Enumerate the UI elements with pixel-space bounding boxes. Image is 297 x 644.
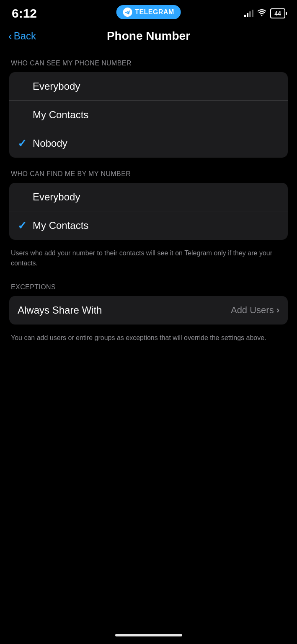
battery-indicator: 44 (270, 8, 285, 18)
content-area: WHO CAN SEE MY PHONE NUMBER Everybody My… (0, 51, 297, 356)
status-bar: 6:12 TELEGRAM 44 (0, 0, 297, 25)
exceptions-label: EXCEPTIONS (9, 283, 288, 291)
my-contacts-find-option[interactable]: ✓ My Contacts (9, 211, 288, 240)
exceptions-section: EXCEPTIONS Always Share With Add Users ›… (9, 283, 288, 356)
home-indicator (115, 634, 182, 636)
phone-visibility-group: Everybody My Contacts ✓ Nobody (9, 72, 288, 158)
find-by-number-label: WHO CAN FIND ME BY MY NUMBER (9, 170, 288, 178)
telegram-pill: TELEGRAM (116, 5, 181, 19)
page-title: Phone Number (107, 29, 190, 43)
my-contacts-phone-label: My Contacts (33, 109, 279, 121)
my-contacts-checkmark-icon: ✓ (18, 219, 27, 232)
nobody-checkmark-icon: ✓ (18, 137, 27, 150)
signal-bars (244, 10, 253, 17)
signal-bar-1 (244, 15, 246, 17)
back-label: Back (14, 30, 36, 42)
nav-header: ‹ Back Phone Number (0, 25, 297, 51)
phone-visibility-label: WHO CAN SEE MY PHONE NUMBER (9, 60, 288, 67)
wifi-icon (257, 9, 267, 18)
find-by-number-note: Users who add your number to their conta… (9, 244, 288, 281)
everybody-find-option[interactable]: Everybody (9, 183, 288, 211)
telegram-icon (123, 8, 132, 17)
telegram-label: TELEGRAM (135, 8, 174, 16)
add-users-area: Add Users › (231, 305, 279, 316)
status-icons: 44 (244, 8, 285, 18)
signal-bar-3 (249, 11, 251, 17)
status-time: 6:12 (12, 6, 37, 21)
back-button[interactable]: ‹ Back (8, 30, 36, 42)
nobody-phone-check: ✓ (18, 137, 33, 150)
signal-bar-2 (247, 13, 248, 17)
nobody-phone-option[interactable]: ✓ Nobody (9, 129, 288, 158)
everybody-find-label: Everybody (33, 191, 279, 203)
always-share-row[interactable]: Always Share With Add Users › (9, 296, 288, 325)
nobody-phone-label: Nobody (33, 138, 279, 149)
exceptions-group: Always Share With Add Users › (9, 296, 288, 325)
everybody-phone-option[interactable]: Everybody (9, 72, 288, 101)
add-users-text: Add Users (231, 305, 274, 316)
my-contacts-find-label: My Contacts (33, 220, 279, 231)
my-contacts-find-check: ✓ (18, 219, 33, 232)
my-contacts-phone-option[interactable]: My Contacts (9, 101, 288, 129)
signal-bar-4 (252, 10, 253, 17)
back-chevron-icon: ‹ (8, 31, 12, 42)
exceptions-note: You can add users or entire groups as ex… (9, 329, 288, 356)
find-by-number-group: Everybody ✓ My Contacts (9, 183, 288, 240)
everybody-phone-label: Everybody (33, 80, 279, 92)
always-share-label: Always Share With (18, 304, 102, 316)
chevron-right-icon: › (276, 305, 279, 316)
